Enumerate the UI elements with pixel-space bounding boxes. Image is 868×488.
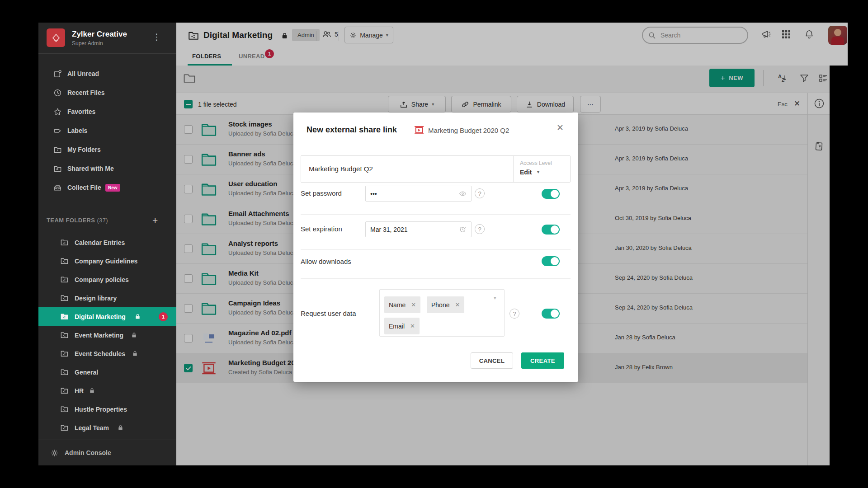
remove-chip-icon[interactable]: ✕ <box>411 301 416 308</box>
sidebar-item-all-unread[interactable]: All Unread <box>38 64 176 83</box>
unread-doc-icon <box>53 70 62 78</box>
team-folder-icon <box>60 275 69 284</box>
sidebar-item-general[interactable]: General <box>38 363 176 381</box>
user-data-multiselect[interactable]: Name✕ Phone✕ Email✕ ▾ <box>379 289 505 337</box>
shared-folder-icon <box>53 164 62 173</box>
cancel-button[interactable]: CANCEL <box>471 352 513 369</box>
lock-icon <box>118 425 123 431</box>
chip-label: Name <box>389 301 406 309</box>
alarm-clock-icon[interactable] <box>459 225 467 233</box>
sidebar-item-label: Recent Files <box>67 89 104 96</box>
sidebar-item-company-guidelines[interactable]: Company Guidelines <box>38 252 176 270</box>
sidebar-item-shared-with-me[interactable]: Shared with Me <box>38 159 176 178</box>
remove-chip-icon[interactable]: ✕ <box>455 301 460 308</box>
team-folder-icon <box>60 405 69 413</box>
link-name-value: Marketing Budget Q2 <box>309 165 373 173</box>
app-canvas: Zylker Creative Super Admin ⋮ All Unread… <box>0 0 868 488</box>
sidebar-item-event-marketing[interactable]: Event Marketing <box>38 326 176 344</box>
close-icon[interactable]: ✕ <box>557 122 564 133</box>
modal-file-name: Marketing Budget 2020 Q2 <box>428 127 509 134</box>
toggle-knob <box>551 190 559 198</box>
toggle-knob <box>551 310 559 318</box>
sidebar-item-company-policies[interactable]: Company policies <box>38 270 176 289</box>
eye-icon[interactable] <box>459 190 467 197</box>
password-toggle[interactable] <box>542 189 560 199</box>
sidebar-item-legal-team[interactable]: Legal Team <box>38 418 176 437</box>
sidebar-item-recent-files[interactable]: Recent Files <box>38 83 176 102</box>
new-feature-badge: New <box>105 184 120 192</box>
sidebar-item-label: Hustle Properties <box>75 406 127 413</box>
sidebar-item-digital-marketing[interactable]: Digital Marketing 1 <box>38 307 176 326</box>
workspace-role: Super Admin <box>72 40 103 47</box>
expiration-help-icon[interactable]: ? <box>475 224 485 234</box>
sidebar-item-label: HR <box>75 387 84 394</box>
gear-icon <box>50 449 59 457</box>
password-input[interactable]: ••• <box>365 186 472 202</box>
workspace-header: Zylker Creative Super Admin ⋮ <box>38 23 176 54</box>
sidebar-item-label: General <box>75 369 98 376</box>
sidebar-item-label: Event Schedules <box>75 350 125 357</box>
team-folder-icon <box>60 386 69 395</box>
sidebar-item-calendar-entries[interactable]: Calendar Entries <box>38 233 176 252</box>
lock-icon <box>89 388 95 394</box>
sidebar-item-label: Company policies <box>75 276 129 283</box>
sidebar-item-collect-file[interactable]: Collect File New <box>38 178 176 197</box>
workspace-menu-kebab-icon[interactable]: ⋮ <box>152 32 161 42</box>
folder-icon <box>53 145 62 154</box>
set-expiration-label: Set expiration <box>301 225 342 233</box>
add-team-folder-icon[interactable]: + <box>152 215 158 226</box>
password-help-icon[interactable]: ? <box>475 188 485 198</box>
chip-phone: Phone✕ <box>427 296 464 313</box>
team-folder-icon <box>60 257 69 265</box>
lock-icon <box>132 351 138 357</box>
sidebar-item-design-library[interactable]: Design library <box>38 289 176 307</box>
create-button[interactable]: CREATE <box>521 352 564 369</box>
sidebar-item-hustle-properties[interactable]: Hustle Properties <box>38 400 176 418</box>
sidebar-item-label: Collect File <box>67 184 101 191</box>
team-folder-icon <box>60 331 69 339</box>
tag-icon <box>53 127 62 135</box>
request-help-icon[interactable]: ? <box>509 309 519 319</box>
diamond-logo-icon <box>52 33 61 42</box>
sidebar-item-label: Labels <box>67 127 87 134</box>
team-folder-icon <box>60 349 69 358</box>
modal-title: New external share link <box>307 125 397 135</box>
sidebar-item-label: Shared with Me <box>67 165 114 172</box>
team-folder-icon <box>60 294 69 302</box>
divider <box>301 214 571 215</box>
access-level-select[interactable]: Edit <box>520 169 532 176</box>
sidebar-item-label: Company Guidelines <box>75 258 137 265</box>
downloads-toggle[interactable] <box>542 256 560 266</box>
sidebar-item-label: All Unread <box>67 70 99 77</box>
lock-icon <box>131 332 137 338</box>
lock-icon <box>135 314 141 319</box>
link-name-field[interactable]: Marketing Budget Q2 Access Level Edit ▾ <box>301 155 571 183</box>
toggle-knob <box>551 225 559 234</box>
expiration-input[interactable]: Mar 31, 2021 <box>365 221 472 237</box>
sidebar-item-labels[interactable]: Labels <box>38 121 176 140</box>
request-user-data-label: Request user data <box>301 310 356 317</box>
allow-downloads-label: Allow downloads <box>301 258 351 265</box>
team-folder-icon <box>60 312 69 321</box>
sidebar-item-my-folders[interactable]: My Folders <box>38 140 176 159</box>
toggle-knob <box>551 257 559 265</box>
sidebar-item-event-schedules[interactable]: Event Schedules <box>38 344 176 363</box>
star-icon <box>53 108 62 116</box>
workspace-name: Zylker Creative <box>72 30 127 39</box>
expiration-toggle[interactable] <box>542 225 560 235</box>
request-toggle[interactable] <box>542 309 560 319</box>
admin-console-row[interactable]: Admin Console <box>38 440 176 465</box>
password-value: ••• <box>370 190 377 197</box>
divider <box>301 249 571 250</box>
chip-name: Name✕ <box>384 296 420 313</box>
sidebar-item-label: Legal Team <box>75 424 109 432</box>
sidebar-item-hr[interactable]: HR <box>38 381 176 400</box>
remove-chip-icon[interactable]: ✕ <box>410 323 415 329</box>
sidebar-item-favorites[interactable]: Favorites <box>38 102 176 121</box>
access-level-label: Access Level <box>520 160 552 166</box>
main-region: Digital Marketing Admin 5 Manage ▾ FOLDE… <box>176 23 848 465</box>
presentation-file-icon <box>414 126 424 135</box>
chip-label: Phone <box>431 301 449 309</box>
unread-count-badge: 1 <box>159 312 168 321</box>
sidebar-item-label: Calendar Entries <box>75 239 125 246</box>
